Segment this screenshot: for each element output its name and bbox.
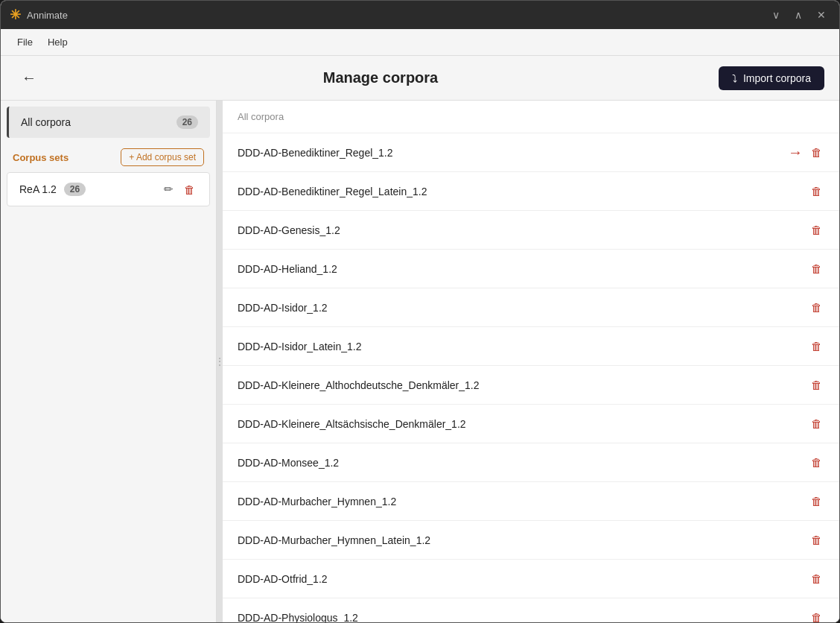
- import-corpora-button[interactable]: ⤵ Import corpora: [719, 66, 824, 90]
- app-logo: ✳: [10, 7, 21, 23]
- close-button[interactable]: ✕: [812, 7, 830, 22]
- all-corpora-label: All corpora: [21, 116, 71, 128]
- maximize-button[interactable]: ∧: [790, 7, 806, 22]
- corpus-item-actions: 🗑: [809, 493, 824, 510]
- delete-corpus-button[interactable]: 🗑: [809, 144, 824, 161]
- corpus-item-actions: 🗑: [809, 415, 824, 432]
- all-corpora-item[interactable]: All corpora 26: [7, 107, 210, 138]
- import-button-label: Import corpora: [743, 72, 811, 84]
- corpus-list-item: DDD-AD-Murbacher_Hymnen_1.2🗑: [223, 482, 839, 521]
- arrow-indicator: →: [788, 144, 803, 161]
- corpus-list-item: DDD-AD-Monsee_1.2🗑: [223, 443, 839, 482]
- delete-corpus-button[interactable]: 🗑: [809, 183, 824, 200]
- corpus-set-item[interactable]: ReA 1.2 26 ✏ 🗑: [7, 172, 210, 206]
- corpus-sets-label: Corpus sets: [13, 152, 69, 163]
- all-corpora-count: 26: [176, 116, 198, 129]
- corpus-list-item: DDD-AD-Isidor_1.2🗑: [223, 288, 839, 327]
- corpus-item-actions: 🗑: [809, 454, 824, 471]
- panel-divider[interactable]: [217, 101, 223, 622]
- titlebar: ✳ Annimate ∨ ∧ ✕: [1, 1, 839, 29]
- delete-corpus-button[interactable]: 🗑: [809, 609, 824, 622]
- corpus-item-actions: 🗑: [809, 221, 824, 238]
- corpus-item-actions: 🗑: [809, 260, 824, 277]
- delete-corpus-set-button[interactable]: 🗑: [182, 181, 197, 198]
- corpus-name: DDD-AD-Benediktiner_Regel_Latein_1.2: [238, 186, 427, 197]
- corpus-name: DDD-AD-Benediktiner_Regel_1.2: [238, 147, 393, 159]
- corpus-set-count: 26: [64, 183, 86, 196]
- corpus-set-info: ReA 1.2 26: [19, 183, 86, 196]
- delete-corpus-button[interactable]: 🗑: [809, 376, 824, 393]
- corpus-list-item: DDD-AD-Kleinere_Altsächsische_Denkmäler_…: [223, 405, 839, 443]
- corpus-list-item: DDD-AD-Genesis_1.2🗑: [223, 211, 839, 250]
- corpus-list-item: DDD-AD-Kleinere_Althochdeutsche_Denkmäle…: [223, 366, 839, 405]
- corpus-name: DDD-AD-Murbacher_Hymnen_1.2: [238, 496, 396, 507]
- corpus-item-actions: 🗑: [809, 570, 824, 587]
- corpus-list: DDD-AD-Benediktiner_Regel_1.2→🗑DDD-AD-Be…: [223, 133, 839, 622]
- app-title: Annimate: [27, 10, 68, 21]
- corpus-name: DDD-AD-Monsee_1.2: [238, 457, 339, 469]
- menubar: File Help: [1, 29, 839, 56]
- delete-corpus-button[interactable]: 🗑: [809, 221, 824, 238]
- delete-corpus-button[interactable]: 🗑: [809, 493, 824, 510]
- delete-corpus-button[interactable]: 🗑: [809, 299, 824, 316]
- corpus-sets-header: Corpus sets + Add corpus set: [1, 138, 216, 172]
- corpus-item-actions: 🗑: [809, 609, 824, 622]
- right-panel: All corpora DDD-AD-Benediktiner_Regel_1.…: [223, 101, 839, 622]
- delete-corpus-button[interactable]: 🗑: [809, 531, 824, 548]
- corpus-name: DDD-AD-Isidor_Latein_1.2: [238, 341, 362, 352]
- corpus-list-item: DDD-AD-Physiologus_1.2🗑: [223, 598, 839, 622]
- corpus-list-item: DDD-AD-Isidor_Latein_1.2🗑: [223, 327, 839, 366]
- corpus-list-item: DDD-AD-Benediktiner_Regel_1.2→🗑: [223, 133, 839, 172]
- main-content: All corpora 26 Corpus sets + Add corpus …: [1, 101, 839, 622]
- corpus-list-item: DDD-AD-Benediktiner_Regel_Latein_1.2🗑: [223, 172, 839, 211]
- corpus-item-actions: 🗑: [809, 183, 824, 200]
- app-window: ✳ Annimate ∨ ∧ ✕ File Help ← Manage corp…: [0, 0, 840, 623]
- menu-file[interactable]: File: [10, 34, 40, 51]
- corpus-name: DDD-AD-Kleinere_Althochdeutsche_Denkmäle…: [238, 379, 480, 391]
- titlebar-controls: ∨ ∧ ✕: [768, 7, 830, 22]
- corpus-name: DDD-AD-Isidor_1.2: [238, 302, 328, 314]
- titlebar-left: ✳ Annimate: [10, 7, 68, 23]
- edit-corpus-set-button[interactable]: ✏: [162, 180, 176, 198]
- corpus-list-item: DDD-AD-Otfrid_1.2🗑: [223, 560, 839, 598]
- corpus-set-actions: ✏ 🗑: [162, 180, 197, 198]
- header: ← Manage corpora ⤵ Import corpora: [1, 56, 839, 101]
- corpus-set-name: ReA 1.2: [19, 183, 57, 195]
- delete-corpus-button[interactable]: 🗑: [809, 338, 824, 355]
- minimize-button[interactable]: ∨: [768, 7, 784, 22]
- corpus-list-item: DDD-AD-Heliand_1.2🗑: [223, 250, 839, 288]
- corpus-item-actions: 🗑: [809, 376, 824, 393]
- add-corpus-set-button[interactable]: + Add corpus set: [121, 148, 204, 166]
- right-panel-header: All corpora: [223, 101, 839, 133]
- left-panel: All corpora 26 Corpus sets + Add corpus …: [1, 101, 217, 622]
- corpus-name: DDD-AD-Otfrid_1.2: [238, 573, 328, 585]
- menu-help[interactable]: Help: [40, 34, 75, 51]
- page-title: Manage corpora: [323, 69, 438, 86]
- corpus-item-actions: 🗑: [809, 531, 824, 548]
- delete-corpus-button[interactable]: 🗑: [809, 570, 824, 587]
- corpus-item-actions: →🗑: [788, 144, 824, 161]
- delete-corpus-button[interactable]: 🗑: [809, 415, 824, 432]
- import-icon: ⤵: [732, 72, 737, 84]
- corpus-name: DDD-AD-Heliand_1.2: [238, 263, 337, 275]
- section-label: All corpora: [238, 111, 284, 122]
- corpus-item-actions: 🗑: [809, 338, 824, 355]
- corpus-name: DDD-AD-Physiologus_1.2: [238, 612, 358, 623]
- corpus-item-actions: 🗑: [809, 299, 824, 316]
- delete-corpus-button[interactable]: 🗑: [809, 260, 824, 277]
- corpus-name: DDD-AD-Kleinere_Altsächsische_Denkmäler_…: [238, 418, 466, 430]
- corpus-name: DDD-AD-Genesis_1.2: [238, 224, 340, 236]
- corpus-list-item: DDD-AD-Murbacher_Hymnen_Latein_1.2🗑: [223, 521, 839, 560]
- delete-corpus-button[interactable]: 🗑: [809, 454, 824, 471]
- back-button[interactable]: ←: [16, 66, 42, 89]
- corpus-name: DDD-AD-Murbacher_Hymnen_Latein_1.2: [238, 534, 430, 546]
